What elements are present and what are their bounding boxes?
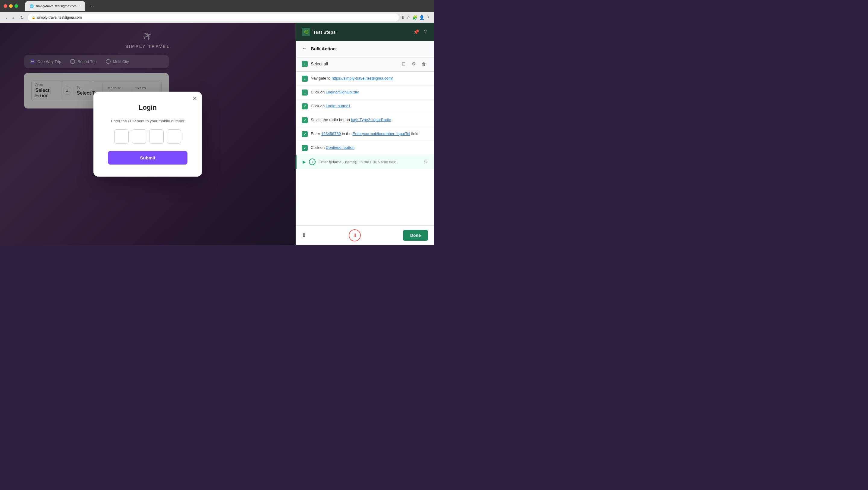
- download-icon[interactable]: ⬇: [401, 15, 405, 20]
- step-3-text: Click on Login::button1: [311, 103, 428, 109]
- step-item-2: ✓ Click on LoginorSignUp::div: [296, 86, 434, 99]
- step-5-before: Enter: [311, 131, 321, 136]
- step-4-checkbox[interactable]: ✓: [302, 117, 308, 123]
- otp-input-1[interactable]: [114, 129, 129, 144]
- step-1-before: Navigate to: [311, 76, 332, 81]
- test-steps-panel: 🌿 Test Steps 📌 ? ← Bulk Action ✓ Select …: [296, 23, 434, 245]
- step-item-4: ✓ Select the radio button logInType2::in…: [296, 113, 434, 127]
- traffic-lights: [4, 4, 18, 8]
- active-tab[interactable]: 🌐 simply-travel.testsigma.com ✕: [25, 1, 85, 11]
- reload-button[interactable]: ↻: [19, 14, 26, 21]
- new-step-row: ▶ + ⚙: [296, 155, 434, 169]
- otp-input-4[interactable]: [167, 129, 181, 144]
- footer-download-button[interactable]: ⬇: [302, 232, 306, 239]
- main-area: ✈ SIMPLY TRAVEL One Way Trip Round Trip: [0, 23, 434, 245]
- url-text: simply-travel.testsigma.com: [37, 16, 395, 20]
- step-5-checkbox[interactable]: ✓: [302, 131, 308, 137]
- new-step-gear-button[interactable]: ⚙: [424, 159, 428, 164]
- step-2-text: Click on LoginorSignUp::div: [311, 89, 428, 95]
- step-5-middle: in the: [342, 131, 352, 136]
- step-item-6: ✓ Click on Continue::button: [296, 141, 434, 155]
- select-all-checkbox[interactable]: ✓: [302, 61, 308, 67]
- new-step-input[interactable]: [318, 160, 421, 164]
- step-5-after: field: [411, 131, 418, 136]
- back-button[interactable]: ‹: [4, 14, 9, 21]
- step-6-checkbox[interactable]: ✓: [302, 145, 308, 151]
- bulk-action-back-button[interactable]: ←: [302, 45, 308, 52]
- add-step-icon[interactable]: +: [309, 158, 315, 165]
- address-bar-row: ‹ › ↻ 🔒 simply-travel.testsigma.com ⬇ ☆ …: [0, 12, 434, 23]
- select-all-row: ✓ Select all ⊟ ⚙ 🗑: [296, 56, 434, 72]
- step-2-checkbox[interactable]: ✓: [302, 90, 308, 95]
- bookmark-icon[interactable]: ☆: [407, 15, 410, 20]
- select-all-actions: ⊟ ⚙ 🗑: [400, 60, 428, 68]
- browser-actions: ⬇ ☆ 🧩 👤 ⋮: [401, 15, 430, 20]
- profile-icon[interactable]: 👤: [419, 15, 424, 20]
- tab-favicon: 🌐: [30, 4, 34, 8]
- traffic-light-minimize[interactable]: [9, 4, 13, 8]
- traffic-light-close[interactable]: [4, 4, 7, 8]
- step-2-before: Click on: [311, 90, 326, 94]
- modal-overlay: ✕ Login Enter the OTP sent to your mobil…: [0, 23, 296, 245]
- step-5-link2[interactable]: Enteryourmobilenumber::inputTel: [352, 131, 410, 136]
- new-tab-button[interactable]: +: [87, 2, 95, 10]
- new-step-arrow-icon: ▶: [303, 159, 306, 164]
- forward-button[interactable]: ›: [11, 14, 16, 21]
- otp-input-3[interactable]: [149, 129, 164, 144]
- panel-title: Test Steps: [313, 30, 336, 35]
- travel-site: ✈ SIMPLY TRAVEL One Way Trip Round Trip: [0, 23, 296, 245]
- step-6-link[interactable]: Continue::button: [326, 145, 354, 150]
- otp-input-2[interactable]: [132, 129, 146, 144]
- step-4-link[interactable]: logInType2::inputRadio: [351, 118, 391, 122]
- pin-button[interactable]: 📌: [412, 28, 421, 36]
- step-2-link[interactable]: LoginorSignUp::div: [326, 90, 359, 94]
- panel-header: 🌿 Test Steps 📌 ?: [296, 23, 434, 41]
- modal-close-button[interactable]: ✕: [193, 96, 197, 101]
- step-item-1: ✓ Navigate to https://simply-travel.test…: [296, 72, 434, 86]
- pause-button[interactable]: ⏸: [349, 229, 361, 241]
- select-all-left: ✓ Select all: [302, 61, 328, 67]
- step-3-before: Click on: [311, 104, 326, 108]
- steps-list: ✓ Navigate to https://simply-travel.test…: [296, 72, 434, 225]
- modal-title: Login: [108, 104, 187, 112]
- tab-bar: 🌐 simply-travel.testsigma.com ✕ +: [25, 1, 95, 11]
- tab-close-btn[interactable]: ✕: [79, 4, 81, 7]
- traffic-light-fullscreen[interactable]: [14, 4, 18, 8]
- step-item-5: ✓ Enter 123456789 in the Enteryourmobile…: [296, 127, 434, 141]
- step-4-before: Select the radio button: [311, 118, 351, 122]
- panel-actions: 📌 ?: [412, 28, 428, 36]
- step-1-text: Navigate to https://simply-travel.testsi…: [311, 75, 428, 81]
- step-5-text: Enter 123456789 in the Enteryourmobilenu…: [311, 131, 428, 137]
- step-5-link1[interactable]: 123456789: [321, 131, 341, 136]
- panel-footer: ⬇ ⏸ Done: [296, 225, 434, 245]
- address-bar[interactable]: 🔒 simply-travel.testsigma.com: [28, 13, 399, 21]
- tab-title: simply-travel.testsigma.com: [36, 4, 76, 8]
- bulk-action-title: Bulk Action: [311, 46, 336, 51]
- security-lock-icon: 🔒: [32, 16, 35, 19]
- step-3-checkbox[interactable]: ✓: [302, 103, 308, 110]
- extensions-icon[interactable]: 🧩: [412, 15, 417, 20]
- step-item-3: ✓ Click on Login::button1: [296, 99, 434, 113]
- bulk-delete-button[interactable]: 🗑: [420, 60, 428, 68]
- help-button[interactable]: ?: [423, 28, 428, 36]
- step-4-text: Select the radio button logInType2::inpu…: [311, 117, 428, 123]
- login-modal: ✕ Login Enter the OTP sent to your mobil…: [93, 92, 202, 177]
- browser-chrome: 🌐 simply-travel.testsigma.com ✕ +: [0, 0, 434, 12]
- modal-subtitle: Enter the OTP sent to your mobile number: [108, 119, 187, 123]
- otp-inputs-container: [108, 129, 187, 144]
- panel-title-area: 🌿 Test Steps: [302, 28, 336, 36]
- step-3-link[interactable]: Login::button1: [326, 104, 350, 108]
- select-all-label: Select all: [311, 61, 328, 66]
- done-button[interactable]: Done: [403, 230, 428, 241]
- step-6-before: Click on: [311, 145, 326, 150]
- panel-icon: 🌿: [302, 28, 310, 36]
- step-1-link[interactable]: https://simply-travel.testsigma.com/: [332, 76, 393, 81]
- step-1-checkbox[interactable]: ✓: [302, 75, 308, 82]
- bulk-action-header: ← Bulk Action: [296, 41, 434, 56]
- step-6-text: Click on Continue::button: [311, 145, 428, 151]
- menu-icon[interactable]: ⋮: [426, 15, 430, 20]
- bulk-copy-button[interactable]: ⊟: [400, 60, 407, 68]
- bulk-settings-button[interactable]: ⚙: [410, 60, 417, 68]
- submit-button[interactable]: Submit: [108, 151, 187, 164]
